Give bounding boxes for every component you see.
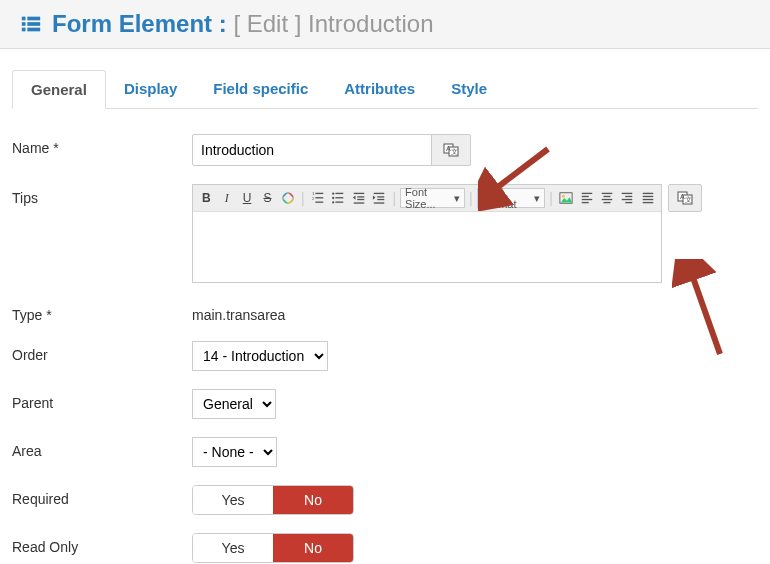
svg-rect-1 bbox=[22, 22, 26, 26]
svg-rect-25 bbox=[354, 202, 365, 203]
svg-rect-35 bbox=[581, 202, 588, 203]
svg-rect-20 bbox=[336, 197, 344, 198]
tabs: General Display Field specific Attribute… bbox=[12, 69, 758, 109]
svg-rect-15 bbox=[315, 202, 323, 203]
area-select[interactable]: - None - bbox=[192, 437, 277, 467]
italic-button[interactable]: I bbox=[217, 188, 235, 208]
svg-rect-21 bbox=[336, 202, 344, 203]
tab-style[interactable]: Style bbox=[433, 70, 505, 109]
ordered-list-button[interactable]: 12 bbox=[309, 188, 327, 208]
readonly-yes[interactable]: Yes bbox=[193, 534, 273, 562]
svg-rect-27 bbox=[377, 196, 384, 197]
order-select[interactable]: 14 - Introduction bbox=[192, 341, 328, 371]
label-area: Area bbox=[12, 437, 192, 459]
type-value: main.transarea bbox=[192, 301, 285, 323]
title-name: Introduction bbox=[308, 10, 433, 37]
svg-rect-43 bbox=[626, 202, 633, 203]
svg-rect-14 bbox=[315, 197, 323, 198]
parent-select[interactable]: General bbox=[192, 389, 276, 419]
svg-rect-34 bbox=[581, 199, 592, 200]
svg-text:文: 文 bbox=[685, 196, 692, 203]
svg-rect-42 bbox=[622, 199, 633, 200]
tab-general[interactable]: General bbox=[12, 70, 106, 109]
svg-rect-13 bbox=[315, 193, 323, 194]
strike-button[interactable]: S bbox=[258, 188, 276, 208]
label-readonly: Read Only bbox=[12, 533, 192, 555]
svg-rect-33 bbox=[581, 196, 588, 197]
svg-text:文: 文 bbox=[451, 148, 458, 155]
tab-attributes[interactable]: Attributes bbox=[326, 70, 433, 109]
unordered-list-button[interactable] bbox=[329, 188, 347, 208]
tab-field-specific[interactable]: Field specific bbox=[195, 70, 326, 109]
align-left-button[interactable] bbox=[577, 188, 595, 208]
svg-rect-45 bbox=[643, 196, 654, 197]
svg-line-52 bbox=[490, 149, 548, 193]
indent-button[interactable] bbox=[370, 188, 388, 208]
svg-rect-2 bbox=[22, 28, 26, 32]
translate-icon: A文 bbox=[677, 190, 693, 206]
svg-rect-36 bbox=[602, 193, 613, 194]
svg-rect-26 bbox=[374, 193, 385, 194]
page-title: Form Element : [ Edit ] Introduction bbox=[52, 10, 434, 38]
title-mode: [ Edit ] bbox=[233, 10, 301, 37]
label-required: Required bbox=[12, 485, 192, 507]
svg-rect-39 bbox=[603, 202, 610, 203]
svg-line-53 bbox=[690, 269, 720, 354]
separator: | bbox=[392, 190, 396, 206]
separator: | bbox=[469, 190, 473, 206]
page-header: Form Element : [ Edit ] Introduction bbox=[0, 0, 770, 49]
svg-rect-29 bbox=[374, 202, 385, 203]
align-center-button[interactable] bbox=[598, 188, 616, 208]
list-icon bbox=[20, 13, 42, 35]
svg-rect-19 bbox=[336, 193, 344, 194]
label-type: Type * bbox=[12, 301, 192, 323]
svg-rect-0 bbox=[22, 17, 26, 21]
required-yes[interactable]: Yes bbox=[193, 486, 273, 514]
svg-text:2: 2 bbox=[312, 196, 315, 201]
svg-rect-23 bbox=[357, 196, 364, 197]
required-toggle[interactable]: Yes No bbox=[192, 485, 354, 515]
svg-rect-37 bbox=[603, 196, 610, 197]
align-right-button[interactable] bbox=[618, 188, 636, 208]
font-size-select[interactable]: Font Size...▾ bbox=[400, 188, 465, 208]
name-input[interactable] bbox=[192, 134, 432, 166]
underline-button[interactable]: U bbox=[238, 188, 256, 208]
editor-toolbar: B I U S | 12 | Font Size...▾ bbox=[193, 185, 661, 212]
svg-rect-41 bbox=[626, 196, 633, 197]
outdent-button[interactable] bbox=[350, 188, 368, 208]
readonly-no[interactable]: No bbox=[273, 534, 353, 562]
tips-translate-button[interactable]: A文 bbox=[668, 184, 702, 212]
svg-point-17 bbox=[332, 197, 334, 199]
label-parent: Parent bbox=[12, 389, 192, 411]
align-justify-button[interactable] bbox=[639, 188, 657, 208]
svg-rect-3 bbox=[27, 17, 40, 21]
chevron-down-icon: ▾ bbox=[454, 192, 460, 205]
svg-rect-5 bbox=[27, 28, 40, 32]
svg-rect-38 bbox=[602, 199, 613, 200]
image-button[interactable] bbox=[557, 188, 575, 208]
name-translate-button[interactable]: A文 bbox=[431, 134, 471, 166]
svg-rect-44 bbox=[643, 193, 654, 194]
svg-point-18 bbox=[332, 201, 334, 203]
annotation-arrow-icon bbox=[672, 259, 742, 369]
color-button[interactable] bbox=[279, 188, 297, 208]
svg-point-31 bbox=[562, 195, 565, 198]
title-prefix: Form Element : bbox=[52, 10, 227, 37]
label-name: Name * bbox=[12, 134, 192, 156]
tips-editor: B I U S | 12 | Font Size...▾ bbox=[192, 184, 662, 283]
readonly-toggle[interactable]: Yes No bbox=[192, 533, 354, 563]
svg-point-16 bbox=[332, 192, 334, 194]
svg-rect-4 bbox=[27, 22, 40, 26]
translate-icon: A文 bbox=[443, 142, 459, 158]
svg-rect-46 bbox=[643, 199, 654, 200]
required-no[interactable]: No bbox=[273, 486, 353, 514]
separator: | bbox=[301, 190, 305, 206]
tab-display[interactable]: Display bbox=[106, 70, 195, 109]
svg-rect-47 bbox=[643, 202, 654, 203]
bold-button[interactable]: B bbox=[197, 188, 215, 208]
label-tips: Tips bbox=[12, 184, 192, 206]
svg-rect-40 bbox=[622, 193, 633, 194]
svg-rect-32 bbox=[581, 193, 592, 194]
svg-rect-24 bbox=[357, 199, 364, 200]
tips-textarea[interactable] bbox=[193, 212, 661, 282]
